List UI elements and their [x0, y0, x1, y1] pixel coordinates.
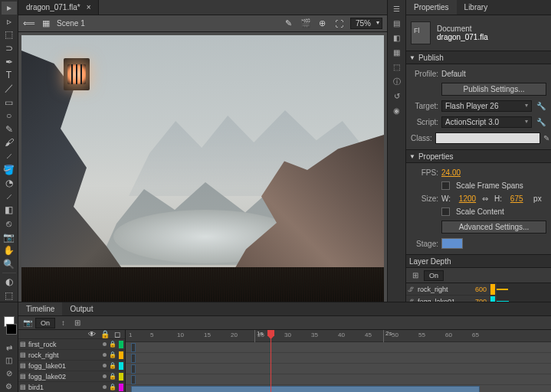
- script-settings-icon[interactable]: 🔧: [535, 116, 546, 128]
- line-tool[interactable]: ／: [2, 82, 17, 95]
- zoom-select[interactable]: 75%▾: [350, 18, 382, 29]
- height-value[interactable]: 675: [510, 194, 523, 203]
- paint-bucket-tool[interactable]: 🪣: [2, 163, 17, 176]
- history-panel-icon[interactable]: ↺: [391, 90, 402, 102]
- timeline-tab[interactable]: Timeline: [18, 302, 62, 315]
- visibility-dot[interactable]: [103, 353, 107, 357]
- publish-section-header[interactable]: ▼Publish: [406, 51, 551, 64]
- ld-icon-1[interactable]: ⊞: [409, 270, 421, 281]
- link-wh-icon[interactable]: ⇔: [482, 194, 488, 203]
- text-tool[interactable]: T: [2, 69, 17, 82]
- frame-span[interactable]: [131, 375, 136, 384]
- hand-tool[interactable]: ✋: [2, 244, 17, 257]
- timeline-track[interactable]: [126, 385, 551, 392]
- output-tab[interactable]: Output: [62, 302, 100, 315]
- timeline-frames[interactable]: 151015202530354045505560651s2s: [126, 330, 551, 392]
- lasso-tool[interactable]: ⊃: [2, 42, 17, 55]
- lock-header-icon[interactable]: 🔒: [100, 330, 110, 338]
- scale-content-checkbox[interactable]: [441, 207, 450, 216]
- cc-panel-icon[interactable]: ◉: [391, 105, 402, 116]
- transform-panel-icon[interactable]: ⬚: [391, 61, 402, 73]
- swatches-panel-icon[interactable]: ▦: [391, 47, 402, 58]
- free-transform-tool[interactable]: ⬚: [2, 28, 17, 41]
- class-edit-icon[interactable]: ✎: [543, 132, 549, 144]
- library-tab[interactable]: Library: [457, 0, 496, 15]
- tl-icon-cam[interactable]: 📷: [21, 317, 33, 328]
- publish-settings-button[interactable]: Publish Settings...: [441, 83, 546, 96]
- visibility-dot[interactable]: [103, 364, 107, 368]
- target-select[interactable]: Flash Player 26: [441, 100, 532, 112]
- eyedropper-tool[interactable]: ⟋: [2, 191, 17, 204]
- layer-depth-header[interactable]: Layer Depth: [406, 254, 551, 268]
- timeline-on[interactable]: On: [35, 318, 55, 328]
- info-panel-icon[interactable]: ⓘ: [391, 76, 402, 87]
- edit-scene-icon[interactable]: ✎: [283, 18, 295, 30]
- stage-area[interactable]: [18, 32, 387, 302]
- visibility-header-icon[interactable]: 👁: [88, 330, 96, 338]
- fill-swatch[interactable]: [6, 324, 17, 335]
- timeline-layer-row[interactable]: ▤first_rock🔒: [18, 339, 125, 350]
- visibility-dot[interactable]: [103, 385, 107, 389]
- timeline-layer-row[interactable]: ▤bird1🔒: [18, 382, 125, 392]
- tl-icon-1[interactable]: ↕: [57, 317, 69, 328]
- timeline-track[interactable]: [126, 342, 551, 353]
- canvas[interactable]: [21, 35, 384, 302]
- rectangle-tool[interactable]: ▭: [2, 96, 17, 109]
- tool-option-2[interactable]: ⬚: [2, 289, 17, 302]
- outline-header-icon[interactable]: ◻: [114, 330, 120, 338]
- symbol-icon[interactable]: ⊕: [316, 18, 329, 30]
- advanced-settings-button[interactable]: Advanced Settings...: [441, 220, 546, 234]
- lock-icon[interactable]: 🔒: [109, 362, 116, 369]
- lock-icon[interactable]: 🔒: [109, 351, 116, 358]
- target-settings-icon[interactable]: 🔧: [535, 100, 546, 112]
- swap-colors-icon[interactable]: ⇄: [3, 342, 15, 354]
- default-colors-icon[interactable]: ◫: [3, 355, 15, 367]
- align-panel-icon[interactable]: ▤: [391, 18, 402, 29]
- bone-tool[interactable]: ⟋: [2, 150, 17, 163]
- frame-span[interactable]: [131, 364, 136, 374]
- timeline-track[interactable]: [126, 374, 551, 385]
- layer-depth-row[interactable]: 🖇rock_right600: [406, 283, 497, 296]
- clapper-icon[interactable]: 🎬: [300, 18, 312, 30]
- layer-depth-value[interactable]: 600: [467, 286, 488, 293]
- close-tab-icon[interactable]: ×: [87, 3, 91, 11]
- class-input[interactable]: [435, 132, 540, 144]
- ink-bottle-tool[interactable]: ◔: [2, 177, 17, 190]
- scale-spans-checkbox[interactable]: [441, 181, 450, 190]
- fit-icon[interactable]: ⛶: [333, 18, 346, 30]
- script-select[interactable]: ActionScript 3.0: [441, 116, 532, 128]
- layer-depth-list[interactable]: 🖇rock_right600🖇fogg_lake01700🖇fogg_lake0…: [406, 283, 497, 302]
- brush-tool[interactable]: 🖌: [2, 136, 17, 149]
- width-tool[interactable]: ⎋: [2, 217, 17, 230]
- properties-tab[interactable]: Properties: [406, 0, 457, 15]
- zoom-tool[interactable]: 🔍: [2, 257, 17, 270]
- panel-icon-1[interactable]: ☰: [391, 3, 402, 15]
- subselection-tool[interactable]: ▹: [2, 15, 17, 28]
- frame-span[interactable]: [131, 354, 136, 363]
- pen-tool[interactable]: ✒: [2, 55, 17, 68]
- depth-line[interactable]: [497, 301, 509, 302]
- options-icon[interactable]: ⚙: [3, 381, 15, 392]
- timeline-layer-row[interactable]: ▤rock_right🔒: [18, 350, 125, 361]
- lock-icon[interactable]: 🔒: [109, 341, 116, 348]
- selection-tool[interactable]: ▸: [2, 2, 17, 15]
- frame-span[interactable]: [131, 343, 136, 352]
- depth-line[interactable]: [497, 289, 508, 290]
- lock-icon[interactable]: 🔒: [109, 384, 116, 390]
- tool-option-1[interactable]: ◐: [2, 276, 17, 289]
- pencil-tool[interactable]: ✎: [2, 123, 17, 136]
- frame-span[interactable]: [131, 386, 480, 392]
- document-tab[interactable]: dragon_071.fla*×: [18, 0, 99, 15]
- timeline-layer-row[interactable]: ▤fogg_lake01🔒: [18, 361, 125, 371]
- stage-color-swatch[interactable]: [441, 238, 463, 249]
- camera-tool[interactable]: 📷: [2, 230, 17, 243]
- lock-icon[interactable]: 🔒: [109, 373, 116, 380]
- visibility-dot[interactable]: [103, 342, 107, 346]
- layer-depth-graph[interactable]: [497, 283, 551, 302]
- properties-section-header[interactable]: ▼Properties: [406, 149, 551, 163]
- width-value[interactable]: 1200: [459, 194, 476, 203]
- oval-tool[interactable]: ○: [2, 109, 17, 122]
- timeline-track[interactable]: [126, 353, 551, 364]
- back-icon[interactable]: ⟸: [23, 18, 35, 30]
- eraser-tool[interactable]: ◧: [2, 204, 17, 217]
